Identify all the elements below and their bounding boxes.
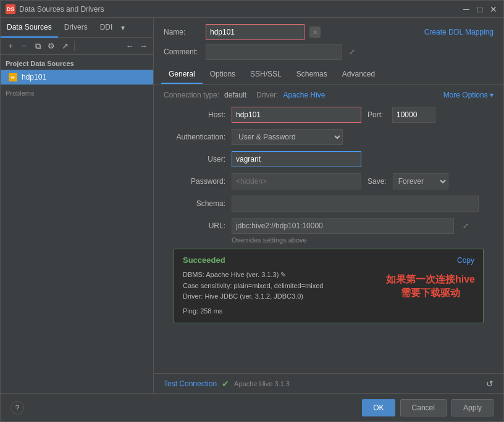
app-icon: DS (6, 4, 15, 14)
port-input[interactable] (392, 107, 435, 123)
port-label: Port: (368, 110, 386, 119)
test-version-label: Apache Hive 3.1.3 (234, 380, 290, 387)
main-window: DS Data Sources and Drivers ─ □ ✕ Data S… (0, 0, 504, 422)
tab-drivers[interactable]: Drivers (58, 18, 94, 38)
schema-row: Schema: (164, 196, 494, 212)
svg-text:H: H (11, 75, 15, 80)
help-button[interactable]: ? (10, 401, 24, 415)
conn-type-value: default (224, 91, 246, 99)
schema-label: Schema: (164, 199, 225, 208)
left-toolbar: + − ⧉ ⚙ ↗ ← → (1, 38, 153, 55)
ok-button[interactable]: OK (362, 399, 395, 416)
settings-button[interactable]: ⚙ (45, 40, 57, 52)
export-button[interactable]: ↗ (59, 40, 71, 52)
refresh-button[interactable]: ↺ (486, 379, 494, 389)
test-connection-button[interactable]: Test Connection (164, 379, 217, 388)
ping-info: Ping: 258 ms (183, 306, 474, 317)
hive-icon: H (8, 72, 18, 82)
maximize-button[interactable]: □ (475, 4, 485, 14)
comment-input[interactable] (206, 44, 342, 60)
left-panel: Data Sources Drivers DDI ▾ + − ⧉ ⚙ ↗ ← (1, 18, 154, 393)
success-header: Succeeded Copy (183, 255, 474, 265)
conn-type-label: Connection type: (164, 91, 219, 99)
toolbar-separator (74, 41, 75, 51)
toolbar-nav: ← → (124, 40, 149, 52)
save-select[interactable]: Forever Session Never (393, 173, 448, 189)
password-label: Password: (164, 177, 225, 186)
tab-dropdown-arrow[interactable]: ▾ (119, 23, 127, 32)
close-button[interactable]: ✕ (489, 4, 498, 14)
project-data-sources-label: Project Data Sources (1, 55, 153, 70)
create-ddl-link[interactable]: Create DDL Mapping (424, 28, 494, 36)
minimize-button[interactable]: ─ (461, 4, 471, 14)
url-hint: Overrides settings above (232, 236, 494, 244)
user-input[interactable] (232, 151, 361, 167)
tab-ssh-ssl[interactable]: SSH/SSL (243, 65, 289, 84)
host-row: Host: Port: (164, 107, 494, 123)
comment-expand-button[interactable]: ⤢ (346, 46, 358, 57)
title-bar: DS Data Sources and Drivers ─ □ ✕ (1, 1, 503, 18)
user-label: User: (164, 155, 225, 163)
tab-ddi[interactable]: DDI (94, 18, 119, 38)
auth-label: Authentication: (164, 133, 225, 141)
password-row: Password: Save: Forever Session Never (164, 173, 494, 189)
forward-button[interactable]: → (137, 40, 149, 52)
back-button[interactable]: ← (124, 40, 136, 52)
datasource-item-hdp101[interactable]: H hdp101 (1, 70, 153, 85)
driver-label: Driver: (256, 91, 278, 99)
url-expand-button[interactable]: ⤢ (463, 221, 469, 230)
url-label: URL: (164, 221, 225, 230)
chinese-annotation: 如果第一次连接hive 需要下载驱动 (386, 272, 475, 300)
name-clear-button[interactable]: ✕ (309, 27, 321, 38)
success-title: Succeeded (183, 255, 225, 265)
save-label: Save: (368, 177, 387, 186)
name-label: Name: (164, 28, 201, 36)
test-success-icon: ✔ (222, 379, 229, 389)
host-label: Host: (164, 110, 225, 119)
auth-row: Authentication: User & Password No auth … (164, 129, 494, 145)
copy-button[interactable]: Copy (457, 256, 474, 265)
main-content: Data Sources Drivers DDI ▾ + − ⧉ ⚙ ↗ ← (1, 18, 503, 393)
password-input[interactable] (232, 173, 361, 189)
name-row: Name: ✕ Create DDL Mapping (164, 24, 494, 40)
right-panel: Name: ✕ Create DDL Mapping Comment: ⤢ Ge… (154, 18, 503, 393)
add-button[interactable]: + (4, 40, 17, 52)
driver-link[interactable]: Apache Hive (283, 91, 325, 99)
problems-section: Problems (1, 85, 153, 102)
auth-select[interactable]: User & Password No auth Kerberos (232, 129, 343, 145)
schema-input[interactable] (232, 196, 479, 212)
form-area: Connection type: default Driver: Apache … (154, 85, 503, 373)
tab-advanced[interactable]: Advanced (335, 65, 382, 84)
user-row: User: (164, 151, 494, 167)
more-options-button[interactable]: More Options ▾ (443, 91, 494, 99)
right-header: Name: ✕ Create DDL Mapping Comment: ⤢ (154, 18, 503, 66)
tab-schemas[interactable]: Schemas (289, 65, 335, 84)
window-title: Data Sources and Drivers (19, 5, 461, 14)
bottom-bar: ? OK Cancel Apply (1, 393, 503, 421)
comment-label: Comment: (164, 48, 201, 56)
popup-area: Succeeded Copy DBMS: Apache Hive (ver. 3… (164, 249, 494, 323)
test-conn-bar: Test Connection ✔ Apache Hive 3.1.3 ↺ (154, 373, 503, 393)
apply-button[interactable]: Apply (452, 399, 494, 416)
right-tabs: General Options SSH/SSL Schemas Advanced (154, 66, 503, 85)
duplicate-button[interactable]: ⧉ (32, 40, 44, 52)
comment-row: Comment: ⤢ (164, 44, 494, 60)
url-row: URL: ⤢ (164, 218, 494, 234)
url-input[interactable] (232, 218, 454, 234)
left-tabs: Data Sources Drivers DDI ▾ (1, 18, 153, 38)
tab-options[interactable]: Options (203, 65, 243, 84)
host-input[interactable] (232, 107, 361, 123)
conn-type-row: Connection type: default Driver: Apache … (164, 91, 494, 99)
cancel-button[interactable]: Cancel (400, 399, 447, 416)
tab-general[interactable]: General (161, 65, 203, 84)
tab-data-sources[interactable]: Data Sources (1, 18, 58, 38)
remove-button[interactable]: − (18, 40, 30, 52)
window-controls: ─ □ ✕ (461, 4, 498, 14)
name-input[interactable] (206, 24, 304, 40)
